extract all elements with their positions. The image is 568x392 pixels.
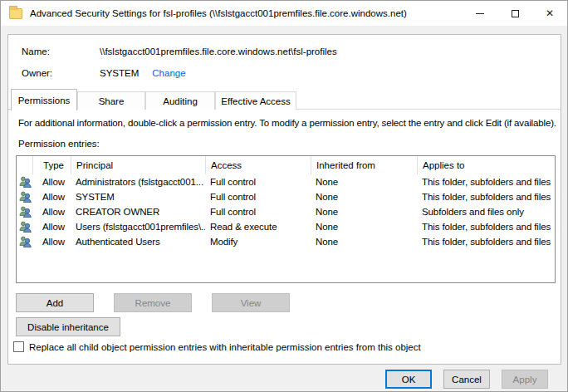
- table-row[interactable]: Allow Users (fslstgacct001premfiles\... …: [17, 219, 555, 234]
- advanced-security-settings-dialog: Advanced Security Settings for fsl-profi…: [0, 0, 568, 392]
- users-icon: [17, 189, 32, 204]
- checkbox-icon: [13, 341, 24, 352]
- content-panel: Name:\\fslstgacct001premfiles.file.core.…: [7, 34, 561, 365]
- permission-entries-label: Permission entries:: [18, 139, 100, 149]
- row-inherited-from: None: [311, 234, 417, 249]
- row-type: Allow: [32, 174, 71, 189]
- maximize-button[interactable]: [497, 1, 532, 26]
- users-icon: [17, 174, 32, 189]
- row-inherited-from: None: [311, 204, 417, 219]
- row-applies-to: Subfolders and files only: [417, 204, 555, 219]
- row-principal: Users (fslstgacct001premfiles\...: [71, 219, 205, 234]
- header-applies-to[interactable]: Applies to: [417, 156, 555, 174]
- header-inherited-from[interactable]: Inherited from: [311, 156, 417, 174]
- users-icon: [17, 234, 32, 249]
- name-value: \\fslstgacct001premfiles.file.core.windo…: [100, 47, 337, 56]
- row-principal: Administrators (fslstgacct001...: [71, 174, 205, 189]
- info-text: For additional information, double-click…: [18, 118, 556, 128]
- table-row[interactable]: Allow Authenticated Users Modify None Th…: [17, 234, 555, 249]
- folder-icon: [9, 8, 22, 19]
- table-row[interactable]: Allow CREATOR OWNER Full control None Su…: [17, 204, 555, 219]
- tab-effective-access[interactable]: Effective Access: [215, 91, 296, 110]
- header-type[interactable]: Type: [32, 156, 71, 174]
- add-button[interactable]: Add: [16, 293, 94, 312]
- header-principal[interactable]: Principal: [71, 156, 205, 174]
- owner-value: SYSTEM: [100, 68, 139, 78]
- header-access[interactable]: Access: [205, 156, 311, 174]
- row-access: Full control: [205, 189, 311, 204]
- row-access: Read & execute: [205, 219, 311, 234]
- row-inherited-from: None: [311, 219, 417, 234]
- row-type: Allow: [32, 234, 71, 249]
- minimize-icon: [476, 13, 484, 14]
- row-access: Full control: [205, 204, 311, 219]
- owner-label: Owner:: [22, 68, 100, 78]
- tab-share[interactable]: Share: [77, 91, 145, 110]
- row-applies-to: This folder, subfolders and files: [417, 189, 555, 204]
- row-type: Allow: [32, 204, 71, 219]
- apply-button[interactable]: Apply: [502, 370, 548, 389]
- close-icon: ✕: [546, 8, 554, 18]
- row-principal: SYSTEM: [71, 189, 205, 204]
- name-row: Name:\\fslstgacct001premfiles.file.core.…: [22, 47, 337, 56]
- row-applies-to: This folder, subfolders and files: [417, 219, 555, 234]
- users-icon: [17, 219, 32, 234]
- table-row[interactable]: Allow SYSTEM Full control None This fold…: [17, 189, 555, 204]
- ok-button[interactable]: OK: [385, 370, 432, 389]
- change-owner-link[interactable]: Change: [152, 68, 185, 78]
- row-inherited-from: None: [311, 174, 417, 189]
- row-inherited-from: None: [311, 189, 417, 204]
- row-applies-to: This folder, subfolders and files: [417, 174, 555, 189]
- titlebar: Advanced Security Settings for fsl-profi…: [1, 1, 567, 26]
- row-principal: Authenticated Users: [71, 234, 205, 249]
- minimize-button[interactable]: [463, 1, 497, 26]
- table-row[interactable]: Allow Administrators (fslstgacct001... F…: [17, 174, 555, 189]
- cancel-button[interactable]: Cancel: [443, 370, 490, 389]
- row-applies-to: This folder, subfolders and files: [417, 234, 555, 249]
- owner-row: Owner:SYSTEMChange: [22, 68, 186, 78]
- row-access: Modify: [205, 234, 311, 249]
- header-icon-column: [17, 156, 32, 174]
- name-label: Name:: [22, 47, 100, 56]
- row-access: Full control: [205, 174, 311, 189]
- checkbox-label: Replace all child object permission entr…: [29, 342, 421, 352]
- window-controls: ✕: [463, 1, 567, 26]
- tab-permissions[interactable]: Permissions: [11, 89, 77, 110]
- replace-child-permissions-checkbox[interactable]: Replace all child object permission entr…: [13, 341, 421, 352]
- list-header: Type Principal Access Inherited from App…: [17, 156, 555, 174]
- maximize-icon: [512, 10, 519, 17]
- disable-inheritance-button[interactable]: Disable inheritance: [16, 317, 120, 336]
- permission-entries-list: Type Principal Access Inherited from App…: [16, 155, 556, 283]
- row-type: Allow: [32, 219, 71, 234]
- close-button[interactable]: ✕: [532, 1, 567, 26]
- window-title: Advanced Security Settings for fsl-profi…: [30, 8, 407, 18]
- view-button[interactable]: View: [212, 293, 290, 312]
- users-icon: [17, 204, 32, 219]
- remove-button[interactable]: Remove: [114, 293, 192, 312]
- tab-auditing[interactable]: Auditing: [145, 91, 215, 110]
- row-principal: CREATOR OWNER: [71, 204, 205, 219]
- row-type: Allow: [32, 189, 71, 204]
